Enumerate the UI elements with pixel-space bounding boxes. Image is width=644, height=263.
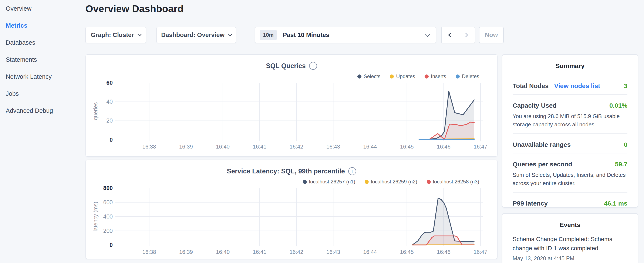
sidebar-item-metrics[interactable]: Metrics	[0, 17, 83, 34]
svg-text:800: 800	[103, 185, 113, 191]
legend-label: Updates	[396, 73, 415, 79]
svg-text:16:39: 16:39	[179, 144, 193, 150]
legend-dot	[456, 75, 460, 79]
sql-queries-plot: 16:3816:3916:4016:4116:4216:4316:4416:45…	[86, 55, 497, 156]
legend-item-localhost-26259-n2: localhost:26259 (n2)	[365, 179, 417, 185]
service-latency-chart-card: 16:3816:3916:4016:4116:4216:4316:4416:45…	[86, 160, 498, 259]
summary-row-value: 59.7	[615, 161, 628, 168]
sidebar-item-jobs[interactable]: Jobs	[0, 85, 83, 102]
graph-dropdown-label: Graph: Cluster	[91, 32, 134, 39]
summary-row-value: 46.1 ms	[604, 200, 628, 207]
events-title: Events	[502, 221, 638, 228]
event-text: Schema Change Completed: Schema change w…	[512, 234, 628, 253]
view-nodes-list-link[interactable]: View nodes list	[554, 82, 600, 90]
legend-item-localhost-26257-n1: localhost:26257 (n1)	[303, 179, 355, 185]
svg-text:20: 20	[106, 117, 113, 124]
legend-label: localhost:26258 (n3)	[433, 179, 479, 185]
time-next-button[interactable]	[458, 27, 475, 43]
time-prev-button[interactable]	[442, 27, 458, 43]
svg-text:16:44: 16:44	[363, 249, 377, 255]
event-list: Schema Change Completed: Schema change w…	[512, 234, 628, 262]
legend-dot	[424, 75, 428, 79]
svg-text:16:45: 16:45	[400, 144, 414, 150]
info-icon[interactable]: i	[348, 167, 356, 175]
legend-dot	[303, 180, 307, 184]
graph-dropdown[interactable]: Graph: Cluster	[86, 27, 146, 43]
summary-rows: Total NodesView nodes list3Capacity Used…	[512, 78, 628, 212]
svg-text:16:45: 16:45	[400, 249, 414, 255]
legend-item-selects: Selects	[358, 73, 380, 79]
chart-legend: SelectsUpdatesInsertsDeletes	[358, 73, 480, 79]
summary-row-description: You are using 28.6 MiB of 515.9 GiB usab…	[512, 112, 628, 129]
sidebar-item-network-latency[interactable]: Network Latency	[0, 68, 83, 85]
event-timestamp: May 13, 2020 at 4:45 PM	[512, 255, 628, 262]
chevron-down-icon	[228, 32, 232, 36]
info-icon[interactable]: i	[309, 62, 317, 70]
legend-item-deletes: Deletes	[456, 73, 479, 79]
legend-label: localhost:26257 (n1)	[309, 179, 355, 185]
summary-row-label: Unavailable ranges	[512, 141, 571, 148]
svg-text:600: 600	[103, 199, 113, 205]
legend-label: Deletes	[462, 73, 479, 79]
svg-text:16:42: 16:42	[290, 249, 303, 255]
chevron-left-icon	[448, 33, 453, 37]
time-step-group	[441, 27, 475, 43]
legend-dot	[358, 75, 362, 79]
chevron-down-icon	[425, 32, 430, 37]
svg-text:16:41: 16:41	[253, 249, 266, 255]
svg-text:16:47: 16:47	[474, 144, 487, 150]
svg-text:0: 0	[110, 137, 113, 143]
svg-text:40: 40	[106, 99, 113, 105]
svg-text:16:38: 16:38	[142, 249, 156, 255]
sidebar-item-statements[interactable]: Statements	[0, 51, 83, 68]
page-title: Overview Dashboard	[86, 3, 184, 15]
legend-label: Inserts	[431, 73, 446, 79]
summary-row-p99-latency: P99 latency46.1 ms	[512, 193, 628, 212]
summary-row-label: Queries per second	[512, 161, 572, 168]
svg-text:0: 0	[110, 242, 113, 248]
legend-dot	[390, 75, 394, 79]
sidebar-item-databases[interactable]: Databases	[0, 34, 83, 51]
chart-legend: localhost:26257 (n1)localhost:26259 (n2)…	[303, 179, 479, 185]
summary-row-description: Sum of Selects, Updates, Inserts, and De…	[512, 171, 628, 187]
sidebar-nav: OverviewMetricsDatabasesStatementsNetwor…	[0, 0, 83, 263]
svg-text:400: 400	[103, 213, 113, 220]
sidebar-item-advanced-debug[interactable]: Advanced Debug	[0, 102, 83, 119]
svg-text:200: 200	[103, 228, 113, 234]
summary-row-queries-per-second: Queries per second59.7Sum of Selects, Up…	[512, 153, 628, 193]
svg-text:16:41: 16:41	[253, 144, 266, 150]
summary-panel: Summary Total NodesView nodes list3Capac…	[502, 54, 638, 208]
svg-text:16:43: 16:43	[326, 144, 340, 150]
legend-label: localhost:26259 (n2)	[371, 179, 417, 185]
svg-text:16:42: 16:42	[290, 144, 303, 150]
svg-text:16:40: 16:40	[216, 249, 230, 255]
sidebar-item-overview[interactable]: Overview	[0, 0, 83, 17]
svg-text:16:46: 16:46	[437, 249, 450, 255]
svg-text:16:44: 16:44	[363, 144, 377, 150]
svg-text:60: 60	[106, 80, 113, 86]
event-item[interactable]: Schema Change Completed: Schema change w…	[512, 234, 628, 262]
time-range-selector[interactable]: 10m Past 10 Minutes	[255, 27, 436, 43]
svg-text:16:38: 16:38	[142, 144, 156, 150]
svg-text:16:40: 16:40	[216, 144, 230, 150]
summary-row-total-nodes: Total NodesView nodes list3	[512, 78, 628, 95]
svg-text:16:47: 16:47	[474, 249, 487, 255]
legend-dot	[427, 180, 431, 184]
controls-divider	[247, 27, 247, 43]
summary-row-value: 0	[624, 141, 628, 148]
chevron-right-icon	[464, 33, 468, 37]
svg-text:16:46: 16:46	[437, 144, 450, 150]
svg-text:queries: queries	[92, 102, 98, 120]
legend-item-updates: Updates	[390, 73, 415, 79]
summary-row-value: 3	[624, 82, 628, 90]
legend-item-inserts: Inserts	[424, 73, 446, 79]
dashboard-dropdown[interactable]: Dashboard: Overview	[156, 27, 236, 43]
summary-row-capacity-used: Capacity Used0.01%You are using 28.6 MiB…	[512, 95, 628, 134]
svg-text:latency (ms): latency (ms)	[92, 202, 98, 231]
summary-row-label: Total Nodes	[512, 82, 548, 90]
summary-row-unavailable-ranges: Unavailable ranges0	[512, 134, 628, 153]
sql-queries-chart-card: 16:3816:3916:4016:4116:4216:4316:4416:45…	[86, 54, 498, 157]
summary-title: Summary	[502, 62, 638, 70]
now-button[interactable]: Now	[479, 27, 504, 43]
chart-title: Service Latency: SQL, 99th percentile	[227, 167, 345, 175]
